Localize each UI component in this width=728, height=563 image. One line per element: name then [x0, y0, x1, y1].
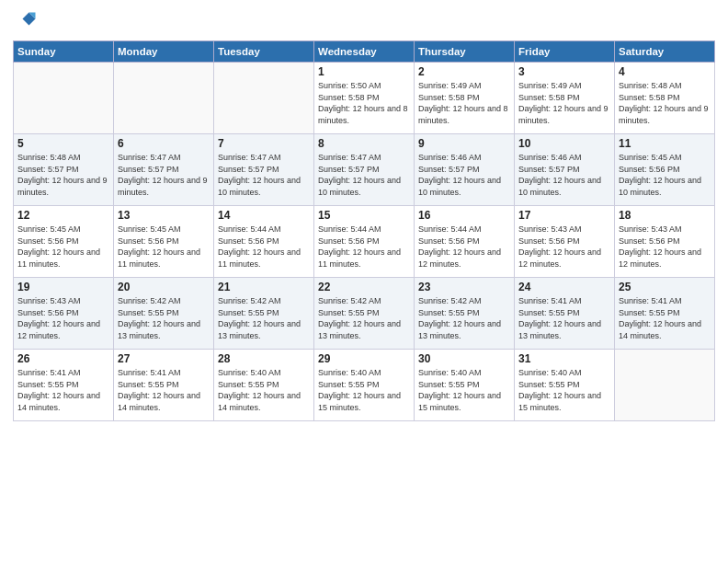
day-info: Sunrise: 5:44 AMSunset: 5:56 PMDaylight:… — [218, 224, 310, 270]
day-info: Sunrise: 5:47 AMSunset: 5:57 PMDaylight:… — [118, 152, 210, 198]
day-number: 20 — [118, 281, 210, 293]
weekday-header-sunday: Sunday — [14, 41, 114, 63]
day-info: Sunrise: 5:41 AMSunset: 5:55 PMDaylight:… — [619, 295, 711, 341]
day-number: 8 — [318, 137, 410, 150]
day-number: 25 — [619, 281, 711, 293]
day-info: Sunrise: 5:42 AMSunset: 5:55 PMDaylight:… — [318, 295, 410, 341]
day-info: Sunrise: 5:43 AMSunset: 5:56 PMDaylight:… — [619, 224, 711, 270]
weekday-header-monday: Monday — [114, 41, 214, 63]
logo-icon — [13, 9, 39, 35]
day-info: Sunrise: 5:47 AMSunset: 5:57 PMDaylight:… — [218, 152, 310, 198]
day-info: Sunrise: 5:48 AMSunset: 5:58 PMDaylight:… — [619, 80, 711, 126]
calendar-table: SundayMondayTuesdayWednesdayThursdayFrid… — [13, 40, 715, 421]
day-number: 24 — [518, 281, 610, 293]
day-number: 23 — [418, 281, 510, 293]
day-number: 6 — [118, 137, 210, 150]
day-number: 2 — [418, 65, 510, 78]
day-info: Sunrise: 5:45 AMSunset: 5:56 PMDaylight:… — [118, 224, 210, 270]
calendar-cell: 29Sunrise: 5:40 AMSunset: 5:55 PMDayligh… — [314, 350, 415, 421]
calendar-cell: 8Sunrise: 5:47 AMSunset: 5:57 PMDaylight… — [314, 134, 415, 206]
calendar-cell: 23Sunrise: 5:42 AMSunset: 5:55 PMDayligh… — [415, 278, 515, 350]
day-info: Sunrise: 5:42 AMSunset: 5:55 PMDaylight:… — [118, 295, 210, 341]
day-number: 15 — [318, 209, 410, 222]
calendar-cell: 18Sunrise: 5:43 AMSunset: 5:56 PMDayligh… — [615, 206, 715, 278]
calendar-cell: 16Sunrise: 5:44 AMSunset: 5:56 PMDayligh… — [415, 206, 515, 278]
weekday-header-tuesday: Tuesday — [214, 41, 314, 63]
calendar-cell: 12Sunrise: 5:45 AMSunset: 5:56 PMDayligh… — [14, 206, 114, 278]
day-info: Sunrise: 5:47 AMSunset: 5:57 PMDaylight:… — [318, 152, 410, 198]
calendar-cell — [114, 63, 214, 134]
calendar-cell: 26Sunrise: 5:41 AMSunset: 5:55 PMDayligh… — [14, 350, 114, 421]
day-info: Sunrise: 5:48 AMSunset: 5:57 PMDaylight:… — [17, 152, 109, 198]
weekday-header-friday: Friday — [515, 41, 615, 63]
calendar-cell: 14Sunrise: 5:44 AMSunset: 5:56 PMDayligh… — [214, 206, 314, 278]
calendar-cell: 27Sunrise: 5:41 AMSunset: 5:55 PMDayligh… — [114, 350, 214, 421]
day-number: 28 — [218, 352, 310, 365]
calendar-cell: 24Sunrise: 5:41 AMSunset: 5:55 PMDayligh… — [515, 278, 615, 350]
day-info: Sunrise: 5:43 AMSunset: 5:56 PMDaylight:… — [17, 295, 109, 341]
weekday-header-saturday: Saturday — [615, 41, 715, 63]
header — [13, 9, 715, 35]
calendar-cell: 15Sunrise: 5:44 AMSunset: 5:56 PMDayligh… — [314, 206, 415, 278]
day-number: 16 — [418, 209, 510, 222]
logo — [13, 9, 42, 35]
day-number: 22 — [318, 281, 410, 293]
calendar-cell: 11Sunrise: 5:45 AMSunset: 5:56 PMDayligh… — [615, 134, 715, 206]
day-info: Sunrise: 5:49 AMSunset: 5:58 PMDaylight:… — [518, 80, 610, 126]
day-info: Sunrise: 5:40 AMSunset: 5:55 PMDaylight:… — [518, 367, 610, 413]
day-info: Sunrise: 5:46 AMSunset: 5:57 PMDaylight:… — [518, 152, 610, 198]
day-info: Sunrise: 5:44 AMSunset: 5:56 PMDaylight:… — [418, 224, 510, 270]
day-info: Sunrise: 5:46 AMSunset: 5:57 PMDaylight:… — [418, 152, 510, 198]
weekday-header-row: SundayMondayTuesdayWednesdayThursdayFrid… — [14, 41, 715, 63]
calendar-cell: 10Sunrise: 5:46 AMSunset: 5:57 PMDayligh… — [515, 134, 615, 206]
calendar-cell: 2Sunrise: 5:49 AMSunset: 5:58 PMDaylight… — [415, 63, 515, 134]
day-number: 26 — [17, 352, 109, 365]
day-number: 13 — [118, 209, 210, 222]
day-number: 18 — [619, 209, 711, 222]
week-row-1: 1Sunrise: 5:50 AMSunset: 5:58 PMDaylight… — [14, 63, 715, 134]
page: SundayMondayTuesdayWednesdayThursdayFrid… — [0, 0, 728, 563]
calendar-cell — [615, 350, 715, 421]
day-info: Sunrise: 5:41 AMSunset: 5:55 PMDaylight:… — [17, 367, 109, 413]
day-number: 14 — [218, 209, 310, 222]
day-info: Sunrise: 5:40 AMSunset: 5:55 PMDaylight:… — [218, 367, 310, 413]
week-row-5: 26Sunrise: 5:41 AMSunset: 5:55 PMDayligh… — [14, 350, 715, 421]
day-number: 10 — [518, 137, 610, 150]
week-row-2: 5Sunrise: 5:48 AMSunset: 5:57 PMDaylight… — [14, 134, 715, 206]
day-info: Sunrise: 5:45 AMSunset: 5:56 PMDaylight:… — [619, 152, 711, 198]
day-info: Sunrise: 5:42 AMSunset: 5:55 PMDaylight:… — [418, 295, 510, 341]
calendar-cell: 1Sunrise: 5:50 AMSunset: 5:58 PMDaylight… — [314, 63, 415, 134]
calendar-cell: 5Sunrise: 5:48 AMSunset: 5:57 PMDaylight… — [14, 134, 114, 206]
day-number: 30 — [418, 352, 510, 365]
calendar-cell: 7Sunrise: 5:47 AMSunset: 5:57 PMDaylight… — [214, 134, 314, 206]
week-row-4: 19Sunrise: 5:43 AMSunset: 5:56 PMDayligh… — [14, 278, 715, 350]
calendar-cell: 21Sunrise: 5:42 AMSunset: 5:55 PMDayligh… — [214, 278, 314, 350]
day-info: Sunrise: 5:41 AMSunset: 5:55 PMDaylight:… — [518, 295, 610, 341]
calendar-cell: 13Sunrise: 5:45 AMSunset: 5:56 PMDayligh… — [114, 206, 214, 278]
calendar-cell — [214, 63, 314, 134]
calendar-cell: 20Sunrise: 5:42 AMSunset: 5:55 PMDayligh… — [114, 278, 214, 350]
calendar-cell: 4Sunrise: 5:48 AMSunset: 5:58 PMDaylight… — [615, 63, 715, 134]
day-info: Sunrise: 5:42 AMSunset: 5:55 PMDaylight:… — [218, 295, 310, 341]
day-info: Sunrise: 5:49 AMSunset: 5:58 PMDaylight:… — [418, 80, 510, 126]
calendar-cell: 6Sunrise: 5:47 AMSunset: 5:57 PMDaylight… — [114, 134, 214, 206]
day-number: 9 — [418, 137, 510, 150]
day-number: 29 — [318, 352, 410, 365]
day-info: Sunrise: 5:43 AMSunset: 5:56 PMDaylight:… — [518, 224, 610, 270]
calendar-cell — [14, 63, 114, 134]
calendar-cell: 22Sunrise: 5:42 AMSunset: 5:55 PMDayligh… — [314, 278, 415, 350]
day-number: 19 — [17, 281, 109, 293]
calendar-cell: 25Sunrise: 5:41 AMSunset: 5:55 PMDayligh… — [615, 278, 715, 350]
calendar-cell: 28Sunrise: 5:40 AMSunset: 5:55 PMDayligh… — [214, 350, 314, 421]
weekday-header-wednesday: Wednesday — [314, 41, 415, 63]
week-row-3: 12Sunrise: 5:45 AMSunset: 5:56 PMDayligh… — [14, 206, 715, 278]
calendar-cell: 30Sunrise: 5:40 AMSunset: 5:55 PMDayligh… — [415, 350, 515, 421]
day-info: Sunrise: 5:40 AMSunset: 5:55 PMDaylight:… — [318, 367, 410, 413]
weekday-header-thursday: Thursday — [415, 41, 515, 63]
day-info: Sunrise: 5:40 AMSunset: 5:55 PMDaylight:… — [418, 367, 510, 413]
calendar-cell: 31Sunrise: 5:40 AMSunset: 5:55 PMDayligh… — [515, 350, 615, 421]
calendar-cell: 3Sunrise: 5:49 AMSunset: 5:58 PMDaylight… — [515, 63, 615, 134]
day-number: 27 — [118, 352, 210, 365]
calendar-cell: 17Sunrise: 5:43 AMSunset: 5:56 PMDayligh… — [515, 206, 615, 278]
day-number: 1 — [318, 65, 410, 78]
